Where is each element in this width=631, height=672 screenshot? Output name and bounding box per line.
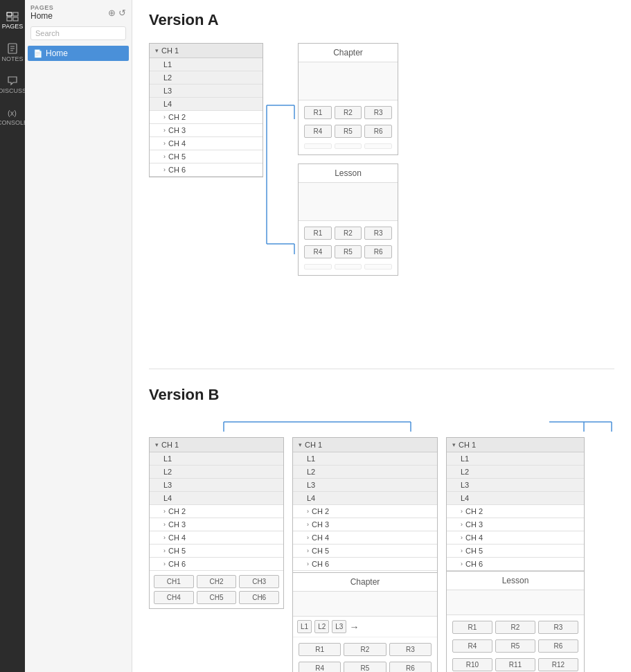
- chapter-r3: R3: [364, 106, 392, 119]
- vb-r1-ch-ch5: ›CH 5: [293, 545, 437, 558]
- pages-header-left: PAGES Home: [30, 4, 53, 21]
- chapter-r6: R6: [364, 125, 392, 138]
- vb-r1-ch-r2: R2: [344, 643, 386, 656]
- vb-r1-ch3: ›CH 3: [150, 518, 283, 531]
- lesson-r7: [304, 264, 332, 269]
- vb-r1-ch-res-row1: R1 R2 R3: [293, 637, 437, 662]
- lesson-r4: R4: [304, 245, 332, 258]
- tree-ch6: ›CH 6: [150, 163, 263, 177]
- sidebar-label-console: CONSOLE: [0, 119, 28, 126]
- vb-r1-les-ch1: ▾ CH 1: [447, 438, 584, 452]
- chapter-r1: R1: [304, 106, 332, 119]
- vb-r1-l4: L4: [150, 492, 283, 505]
- chapter-r5: R5: [335, 125, 362, 138]
- sidebar-label-notes: NOTES: [1, 55, 23, 62]
- vb-r1-lesson-l1: L1: [297, 620, 312, 633]
- sidebar-icon-notes[interactable]: NOTES: [0, 37, 25, 68]
- vb-r1-ch2-btn: CH2: [197, 575, 237, 588]
- sidebar-label-discuss: DISCUSS: [0, 87, 26, 94]
- sidebar: PAGES NOTES DISCUSS (x) CONSOLE: [0, 0, 25, 672]
- vb-r1-les-r5: R5: [495, 639, 535, 653]
- vb-r1-ch-buttons: CH1 CH2 CH3 CH4 CH5 CH6: [150, 571, 283, 608]
- lesson-panel: Lesson R1 R2 R3 R4 R5 R6: [298, 163, 398, 276]
- vb-r1-les-res-row1: R1 R2 R3: [447, 615, 584, 639]
- chapter-panel: Chapter R1 R2 R3 R4 R5 R6: [298, 43, 398, 155]
- vb-row1-chapter: ▾ CH 1 L1 L2 L3 L4 ›CH 2 ›CH 3 ›CH 4 ›CH…: [292, 437, 438, 672]
- vb-r1-ch-r4: R4: [299, 662, 341, 672]
- vb-r1-ch-ch3: ›CH 3: [293, 518, 437, 531]
- sidebar-icon-pages[interactable]: PAGES: [0, 6, 25, 36]
- version-b-title: Version B: [149, 386, 614, 404]
- tree-ch3: ›CH 3: [150, 124, 263, 137]
- vb-r1-lesson-row: L1 L2 L3 →: [293, 617, 437, 637]
- vb-r1-ch4: ›CH 4: [150, 531, 283, 545]
- search-input[interactable]: Search: [30, 26, 126, 40]
- vb-r1-ch-l3: L3: [293, 479, 437, 492]
- vb-r1-chapter-panel: Chapter L1 L2 L3 → R1 R2 R3: [293, 572, 437, 672]
- new-page-icon[interactable]: ⊕: [108, 8, 116, 18]
- vb-row1-tree: ▾ CH 1 L1 L2 L3 L4 ›CH 2 ›CH 3 ›CH 4 ›CH…: [149, 437, 284, 609]
- vb-r1-les-r2: R2: [495, 621, 535, 634]
- vb-r1-ch-ch2: ›CH 2: [293, 505, 437, 518]
- vb-r1-ch-r6: R6: [389, 662, 432, 672]
- vb-r1-les-ch2: ›CH 2: [447, 505, 584, 518]
- version-b-row1: ▾ CH 1 L1 L2 L3 L4 ›CH 2 ›CH 3 ›CH 4 ›CH…: [149, 437, 614, 672]
- lesson-panel-header: Lesson: [299, 164, 398, 183]
- pages-item-label: Home: [46, 48, 68, 58]
- vb-r1-ch2: ›CH 2: [150, 505, 283, 518]
- version-a-section: Version A ▾ CH 1 L1 L2 L3 L4 ›CH 2 ›CH 3…: [149, 11, 614, 341]
- vb-r1-l1: L1: [150, 452, 283, 466]
- svg-rect-3: [13, 17, 18, 21]
- chapter-r9: [364, 143, 392, 149]
- vb-r1-ch-l4: L4: [293, 492, 437, 505]
- chapter-r7: [304, 143, 332, 149]
- vb-r1-les-ch5: ›CH 5: [447, 545, 584, 558]
- vb-r1-ch5: ›CH 5: [150, 545, 283, 558]
- main-content: Version A ▾ CH 1 L1 L2 L3 L4 ›CH 2 ›CH 3…: [132, 0, 631, 672]
- vb-row1-top-connectors: [154, 418, 631, 437]
- lesson-resource-row3: [299, 264, 398, 275]
- vb-r1-les-r11: R11: [495, 658, 535, 671]
- tree-ch1-header: ▾ CH 1: [150, 44, 263, 58]
- chapter-panel-body: [299, 62, 398, 100]
- chapter-r2: R2: [335, 106, 362, 119]
- vb-r1-les-l2: L2: [447, 466, 584, 479]
- chapter-r4: R4: [304, 125, 332, 138]
- vb-r1-ch-res-row2: R4 R5 R6: [293, 662, 437, 672]
- pages-item-home[interactable]: 📄 Home: [28, 46, 129, 61]
- sidebar-label-pages: PAGES: [2, 23, 23, 30]
- search-placeholder: Search: [35, 29, 60, 37]
- vb-r1-les-ch3: ›CH 3: [447, 518, 584, 531]
- vb-r1-les-ch6: ›CH 6: [447, 558, 584, 571]
- tree-ch4: ›CH 4: [150, 137, 263, 150]
- vb-r1-ch1-btn: CH1: [154, 575, 194, 588]
- tree-l3: L3: [150, 85, 263, 98]
- vb-r1-les-r12: R12: [538, 658, 578, 671]
- vb-r1-ch6-btn: CH6: [239, 591, 279, 604]
- vb-r1-tree-ch1: ▾ CH 1: [150, 438, 283, 452]
- vb-r1-ch-l1: L1: [293, 452, 437, 466]
- vb-r1-ch3-btn: CH3: [239, 575, 279, 588]
- vb-r1-chapter-body: [293, 592, 437, 617]
- version-a-connectors: [263, 43, 298, 341]
- sidebar-icon-console[interactable]: (x) CONSOLE: [0, 101, 25, 132]
- vb-r1-ch-header-tree: ▾ CH 1: [293, 438, 437, 452]
- sidebar-icon-discuss[interactable]: DISCUSS: [0, 69, 25, 100]
- chapter-resource-row1: R1 R2 R3: [299, 100, 398, 125]
- vb-r1-ch-l2: L2: [293, 466, 437, 479]
- pages-header-icons: ⊕ ↺: [108, 8, 126, 18]
- pages-panel: PAGES Home ⊕ ↺ Search 📄 Home: [25, 0, 132, 672]
- pages-label: PAGES: [30, 4, 53, 11]
- lesson-r1: R1: [304, 227, 332, 240]
- section-divider: [149, 369, 614, 369]
- version-a-title: Version A: [149, 11, 614, 29]
- vb-r1-ch-ch4: ›CH 4: [293, 531, 437, 545]
- vb-r1-arrow: →: [349, 621, 359, 633]
- vb-r1-ch-r5: R5: [344, 662, 386, 672]
- refresh-icon[interactable]: ↺: [118, 8, 126, 18]
- vb-r1-les-l4: L4: [447, 492, 584, 505]
- vb-row1-lesson: ▾ CH 1 L1 L2 L3 L4 ›CH 2 ›CH 3 ›CH 4 ›CH…: [446, 437, 585, 672]
- svg-rect-1: [13, 12, 18, 16]
- version-b-section: Version B ▾ CH 1 L1 L2 L3 L4 ›CH 2 ›CH: [149, 386, 614, 672]
- vb-r1-ch-r3: R3: [389, 643, 432, 656]
